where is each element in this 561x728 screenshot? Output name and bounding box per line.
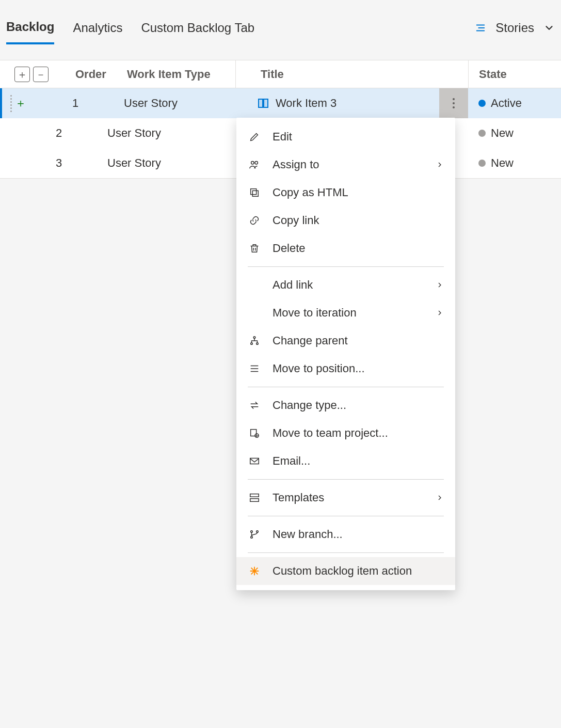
grid-header: ＋ － Order Work Item Type Title State (0, 60, 561, 88)
tab-custom[interactable]: Custom Backlog Tab (141, 21, 254, 43)
state-cell: New (468, 156, 561, 170)
tab-analytics[interactable]: Analytics (73, 21, 122, 43)
title-text: Work Item 3 (276, 97, 336, 110)
column-order[interactable]: Order (75, 68, 127, 81)
type-cell: User Story (124, 97, 232, 110)
collapse-all-button[interactable]: － (33, 67, 49, 82)
chevron-down-icon (543, 22, 555, 34)
assign-icon (248, 159, 261, 170)
order-cell: 3 (56, 156, 107, 170)
context-menu: Edit Assign to Copy as HTML Copy link De… (236, 118, 455, 179)
drag-handle-icon[interactable] (7, 95, 14, 112)
svg-point-0 (251, 162, 254, 165)
expand-all-button[interactable]: ＋ (14, 67, 30, 82)
backlog-level-picker[interactable]: Stories (475, 21, 555, 43)
state-dot-icon (478, 160, 486, 167)
state-dot-icon (478, 130, 486, 137)
menu-assign-to[interactable]: Assign to (236, 151, 455, 179)
type-cell: User Story (107, 126, 216, 140)
title-cell[interactable]: Work Item 3 (232, 97, 439, 110)
chevron-right-icon (436, 161, 444, 169)
column-state[interactable]: State (468, 60, 561, 88)
order-cell: 2 (56, 126, 107, 140)
svg-point-1 (255, 162, 258, 165)
more-icon (453, 98, 455, 108)
state-cell: New (468, 126, 561, 140)
list-icon (475, 22, 486, 34)
add-child-button[interactable]: ＋ (14, 96, 27, 111)
order-cell: 1 (72, 97, 124, 110)
menu-edit[interactable]: Edit (236, 123, 455, 151)
edit-icon (248, 131, 261, 143)
row-actions-button[interactable] (439, 88, 468, 118)
state-cell: Active (468, 97, 561, 110)
backlog-level-label: Stories (495, 21, 534, 35)
tab-bar: Backlog Analytics Custom Backlog Tab Sto… (0, 0, 561, 50)
column-work-item-type[interactable]: Work Item Type (127, 68, 235, 81)
user-story-icon (257, 97, 269, 109)
state-dot-icon (478, 100, 486, 107)
column-title[interactable]: Title (235, 60, 468, 88)
table-row[interactable]: ＋ 1 User Story Work Item 3 Active (0, 88, 561, 118)
tab-backlog[interactable]: Backlog (6, 20, 54, 44)
type-cell: User Story (107, 156, 216, 170)
